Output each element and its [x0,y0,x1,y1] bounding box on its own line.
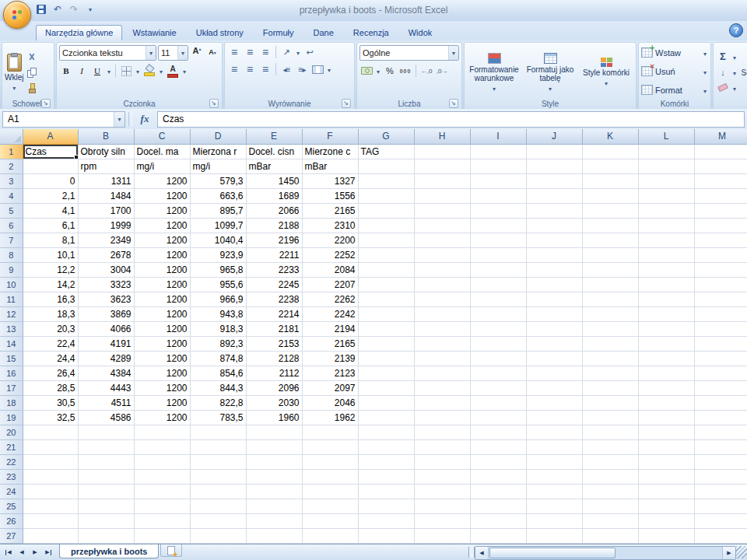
column-header-J[interactable]: J [526,129,582,144]
cell-H6[interactable] [414,218,470,233]
autosum-button[interactable]: Σ [716,50,730,64]
cell-K8[interactable] [582,247,638,262]
cell-L6[interactable] [638,218,694,233]
cell-G23[interactable] [358,469,414,484]
cell-J7[interactable] [526,233,582,247]
insert-function-button[interactable]: fx [135,112,154,127]
decrease-decimal-button[interactable] [435,64,449,78]
cell-B5[interactable]: 1700 [78,203,134,218]
cell-M24[interactable] [694,484,747,499]
underline-dropdown-icon[interactable] [106,66,112,75]
cell-I20[interactable] [470,425,526,439]
cell-D5[interactable]: 895,7 [190,203,246,218]
cell-G12[interactable] [358,306,414,321]
cell-D21[interactable] [190,439,246,454]
row-header-25[interactable]: 25 [0,499,23,513]
cell-H2[interactable] [414,159,470,173]
cell-K26[interactable] [582,513,638,528]
cell-E12[interactable]: 2214 [246,306,302,321]
align-center-button[interactable] [243,62,257,76]
cell-F20[interactable] [302,425,358,439]
cell-C15[interactable]: 1200 [134,351,190,366]
copy-button[interactable] [25,65,39,79]
cell-F9[interactable]: 2084 [302,262,358,277]
cell-M17[interactable] [694,380,747,395]
cell-J10[interactable] [526,277,582,292]
cell-B19[interactable]: 4586 [78,410,134,425]
column-header-K[interactable]: K [582,129,638,144]
autosum-dropdown-icon[interactable] [731,52,738,61]
cell-F5[interactable]: 2165 [302,203,358,218]
name-box[interactable]: A1 [2,111,125,128]
cell-M8[interactable] [694,247,747,262]
cell-L14[interactable] [638,336,694,351]
cell-J26[interactable] [526,513,582,528]
cell-J5[interactable] [526,203,582,218]
decrease-indent-button[interactable] [279,62,293,76]
cell-C1[interactable]: Docel. ma [134,144,190,159]
tab-formuly[interactable]: Formuły [254,25,303,40]
tab-uklad-strony[interactable]: Układ strony [187,25,253,40]
cell-L15[interactable] [638,351,694,366]
cell-D8[interactable]: 923,9 [190,247,246,262]
align-right-button[interactable] [258,62,272,76]
cell-J24[interactable] [526,484,582,499]
cell-K19[interactable] [582,410,638,425]
row-header-14[interactable]: 14 [0,336,23,351]
cell-M18[interactable] [694,395,747,410]
cell-B9[interactable]: 3004 [78,262,134,277]
cell-L7[interactable] [638,233,694,247]
accounting-dropdown-icon[interactable] [375,66,381,75]
merge-center-dropdown-icon[interactable] [326,65,332,74]
cell-I13[interactable] [470,321,526,336]
cell-J18[interactable] [526,395,582,410]
cell-F7[interactable]: 2200 [302,233,358,247]
cell-M12[interactable] [694,306,747,321]
cell-K4[interactable] [582,188,638,203]
italic-button[interactable]: I [75,64,89,78]
row-header-20[interactable]: 20 [0,425,23,439]
cell-I5[interactable] [470,203,526,218]
cell-J19[interactable] [526,410,582,425]
cell-K27[interactable] [582,528,638,543]
cell-B13[interactable]: 4066 [78,321,134,336]
cell-E16[interactable]: 2112 [246,366,302,380]
row-header-8[interactable]: 8 [0,247,23,262]
cell-J23[interactable] [526,469,582,484]
cell-A5[interactable]: 4,1 [23,203,78,218]
cell-M16[interactable] [694,366,747,380]
cell-I6[interactable] [470,218,526,233]
cell-L23[interactable] [638,469,694,484]
cell-B27[interactable] [78,528,134,543]
cell-F11[interactable]: 2262 [302,292,358,306]
insert-sheet-button[interactable] [160,544,182,557]
row-header-22[interactable]: 22 [0,454,23,469]
cell-E25[interactable] [246,499,302,513]
cell-B24[interactable] [78,484,134,499]
cell-F24[interactable] [302,484,358,499]
cell-A15[interactable]: 24,4 [23,351,78,366]
schowek-dialog-launcher[interactable] [41,99,51,108]
cell-K7[interactable] [582,233,638,247]
cell-H3[interactable] [414,173,470,188]
cell-I11[interactable] [470,292,526,306]
font-name-select[interactable]: Czcionka tekstu [59,45,156,61]
cell-I8[interactable] [470,247,526,262]
cell-K20[interactable] [582,425,638,439]
cell-H26[interactable] [414,513,470,528]
cell-B8[interactable]: 2678 [78,247,134,262]
cell-J20[interactable] [526,425,582,439]
row-header-21[interactable]: 21 [0,439,23,454]
previous-sheet-button[interactable] [16,546,28,558]
cell-A26[interactable] [23,513,78,528]
cell-L3[interactable] [638,173,694,188]
cell-J15[interactable] [526,351,582,366]
cell-M25[interactable] [694,499,747,513]
cell-I2[interactable] [470,159,526,173]
conditional-formatting-button[interactable]: Formatowanie warunkowe [467,51,521,93]
row-header-23[interactable]: 23 [0,469,23,484]
delete-cells-button[interactable]: Usuń [641,64,708,79]
increase-decimal-button[interactable] [419,64,433,78]
align-top-button[interactable] [227,45,241,59]
cell-K16[interactable] [582,366,638,380]
